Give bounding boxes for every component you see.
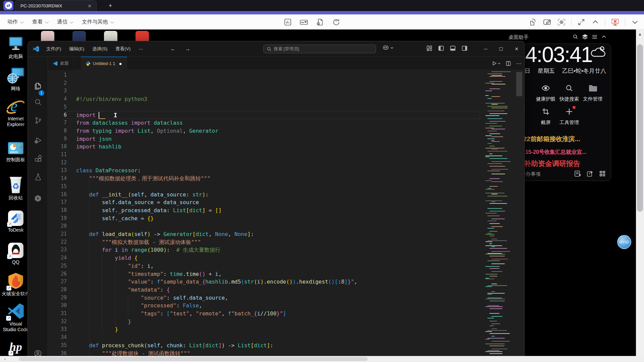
code-line[interactable]: } xyxy=(48,318,484,326)
close-tab-icon[interactable]: ✕ xyxy=(86,3,93,9)
code-line[interactable] xyxy=(48,71,484,79)
run-debug-icon[interactable] xyxy=(28,133,48,148)
testing-icon[interactable] xyxy=(28,169,48,184)
code-line[interactable]: "processed": False, xyxy=(48,302,484,310)
explorer-icon[interactable] xyxy=(28,79,48,94)
remote-menu-0[interactable]: 动作 xyxy=(7,18,23,25)
desktop-icon-internet-explorer[interactable]: eInternet Explorer xyxy=(0,96,32,127)
toggle-panel-icon[interactable] xyxy=(450,45,456,51)
code-line[interactable]: } xyxy=(48,325,484,334)
code-line[interactable]: import xyxy=(48,111,484,119)
assistant-tool-文件管理[interactable]: 文件管理 xyxy=(581,83,605,102)
desktop-icon-huorong[interactable]: ↗火绒安全软件 xyxy=(0,271,32,297)
code-line[interactable]: #!/usr/bin/env python3 xyxy=(48,95,484,103)
file-receive-icon[interactable] xyxy=(529,18,538,26)
menu-icon[interactable] xyxy=(592,35,597,39)
code-line[interactable]: for i in range(1000): # 生成大量数据行 xyxy=(48,246,484,254)
search-input[interactable]: 搜索 [管理员] xyxy=(263,45,376,53)
desktop-icon-qq[interactable]: ↗QQ xyxy=(0,239,32,265)
background-app-icon[interactable] xyxy=(72,31,86,41)
vscode-menu-3[interactable]: 查看(V) xyxy=(112,44,134,54)
weather-cloud-icon[interactable] xyxy=(590,46,606,58)
code-line[interactable] xyxy=(48,151,484,159)
vertical-scroll-thumb[interactable] xyxy=(637,44,643,212)
code-line[interactable]: "timestamp": time.time() + i, xyxy=(48,270,484,278)
horizontal-scroll-thumb[interactable] xyxy=(19,357,368,361)
more-actions-icon[interactable] xyxy=(631,18,639,26)
collapse-panel-icon[interactable] xyxy=(602,35,606,38)
remote-menu-1[interactable]: 查看 xyxy=(32,18,48,25)
account-icon[interactable] xyxy=(28,346,48,356)
desktop-icon-vscode[interactable]: ↗Visual Studio Code xyxy=(0,301,32,333)
code-line[interactable] xyxy=(48,103,484,111)
assistant-tool-快捷搜索[interactable]: 快捷搜索 xyxy=(557,83,581,102)
more-actions-icon[interactable]: ⋯ xyxy=(516,60,522,67)
desktop-icon-control-panel[interactable]: 控制面板 xyxy=(0,137,32,163)
code-line[interactable] xyxy=(48,222,484,230)
source-control-icon[interactable] xyxy=(28,113,48,128)
code-line[interactable]: "value": f"sample_data_{hashlib.md5(str(… xyxy=(48,278,484,286)
assistant-note-0[interactable]: 22前邮箱接收淮滨... xyxy=(523,135,580,143)
code-line[interactable]: def __init__(self, data_source: str): xyxy=(48,191,484,199)
annotate-icon[interactable] xyxy=(543,18,552,26)
code-line[interactable]: import json xyxy=(48,135,484,143)
code-line[interactable]: from typing import List, Optional, Gener… xyxy=(48,127,484,135)
search-icon[interactable] xyxy=(573,34,578,39)
vscode-menu-1[interactable]: 编辑(E) xyxy=(65,44,88,54)
remote-menu-2[interactable]: 通信 xyxy=(57,18,72,25)
vscode-menu-2[interactable]: 选择(S) xyxy=(89,44,111,54)
close-window-button[interactable]: ✕ xyxy=(509,41,524,57)
share-icon[interactable] xyxy=(587,170,593,177)
desktop-icon-recycle-bin[interactable]: ♻回收站 xyxy=(0,175,32,201)
assistant-tool-截屏[interactable]: 截屏 xyxy=(534,107,558,126)
maximize-button[interactable]: ☐ xyxy=(493,41,509,57)
background-app-icon[interactable] xyxy=(104,31,117,41)
code-line[interactable]: "id": i, xyxy=(48,262,484,270)
code-line[interactable]: def load_data(self) -> Generator[dict, N… xyxy=(48,230,484,238)
code-line[interactable] xyxy=(48,159,484,167)
remote-menu-3[interactable]: 文件与其他 xyxy=(82,18,113,25)
code-line[interactable]: self._cache = {} xyxy=(48,215,484,223)
code-line[interactable] xyxy=(48,87,484,95)
background-app-icon[interactable] xyxy=(136,31,149,41)
code-line[interactable] xyxy=(48,79,484,87)
remote-session-tab[interactable]: PC-20230703RDWX ✕ xyxy=(15,0,97,11)
desktop-icon-this-pc[interactable]: 此电脑 xyxy=(0,34,32,59)
extensions-icon[interactable] xyxy=(28,151,48,166)
minimap[interactable] xyxy=(484,70,514,356)
code-line[interactable]: self._processed_data: List[dict] = [] xyxy=(48,206,484,215)
assistant-note-2[interactable]: 补助资金调研报告 xyxy=(524,159,580,168)
desktop-icon-hp[interactable]: hp↗ xyxy=(0,336,32,355)
editor-tab-0[interactable]: 欢迎 xyxy=(48,57,74,70)
code-line[interactable]: import hashlib xyxy=(48,143,484,151)
code-line[interactable]: def process_chunk(self, chunk: List[dict… xyxy=(48,342,484,350)
performance-monitor-icon[interactable] xyxy=(283,18,292,26)
vscode-menu-0[interactable]: 文件(F) xyxy=(43,44,65,54)
code-line[interactable]: """处理数据块 - 测试函数跳转""" xyxy=(48,350,484,356)
editor-scrollbar-thumb[interactable] xyxy=(516,72,522,96)
scroll-up-icon[interactable]: ▲ xyxy=(636,31,644,38)
assistant-tool-工具管理[interactable]: 工具管理 xyxy=(557,107,581,126)
new-tab-button[interactable]: + xyxy=(106,1,115,10)
assistant-note-1[interactable]: 月15-20号收集汇总就业宣... xyxy=(520,149,586,156)
code-line[interactable]: from dataclasses import dataclass xyxy=(48,119,484,127)
code-line[interactable]: self.data_source = data_source xyxy=(48,198,484,206)
background-app-icon[interactable] xyxy=(41,31,54,41)
code-line[interactable]: class DataProcessor: xyxy=(48,167,484,175)
extension-hexagon-icon[interactable] xyxy=(28,191,48,206)
minimize-button[interactable]: ─ xyxy=(478,41,493,57)
collapse-toolbar-icon[interactable] xyxy=(591,18,600,26)
restart-icon[interactable] xyxy=(332,18,340,26)
scroll-left-icon[interactable]: ‹ xyxy=(1,356,9,362)
note-add-icon[interactable] xyxy=(574,170,581,177)
toggle-secondary-sidebar-icon[interactable] xyxy=(462,45,468,51)
code-line[interactable] xyxy=(48,334,484,342)
dirty-dot-icon[interactable]: ● xyxy=(119,61,122,66)
run-button[interactable] xyxy=(492,61,500,66)
remote-horizontal-scrollbar[interactable]: ‹ xyxy=(0,356,644,362)
code-line[interactable]: """模拟大数据加载 - 测试滚动体验""" xyxy=(48,238,484,246)
assistant-tool-健康护眼[interactable]: 健康护眼 xyxy=(534,83,558,102)
editor-tab-1[interactable]: Untitled-1 1● xyxy=(81,57,127,70)
desktop-icon-network[interactable]: 网络 xyxy=(0,66,32,92)
code-line[interactable]: "tags": ["test", "remote", f"batch_{i//1… xyxy=(48,310,484,318)
